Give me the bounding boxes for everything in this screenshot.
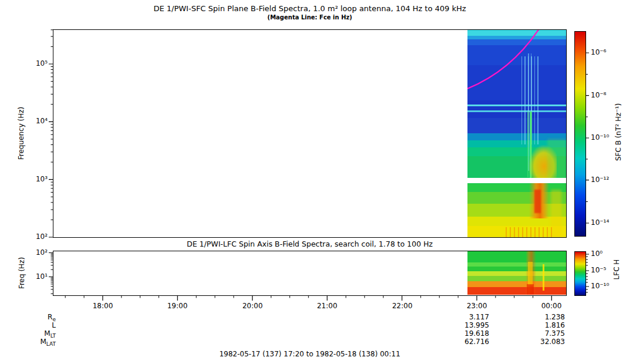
axis-tick-marks (49, 53, 589, 301)
axis-tick-marks-layer (0, 0, 636, 364)
figure-canvas: DE 1/PWI-SFC Spin Plane B-Field Spectra,… (0, 0, 636, 364)
axis-tick-marks (51, 30, 588, 298)
